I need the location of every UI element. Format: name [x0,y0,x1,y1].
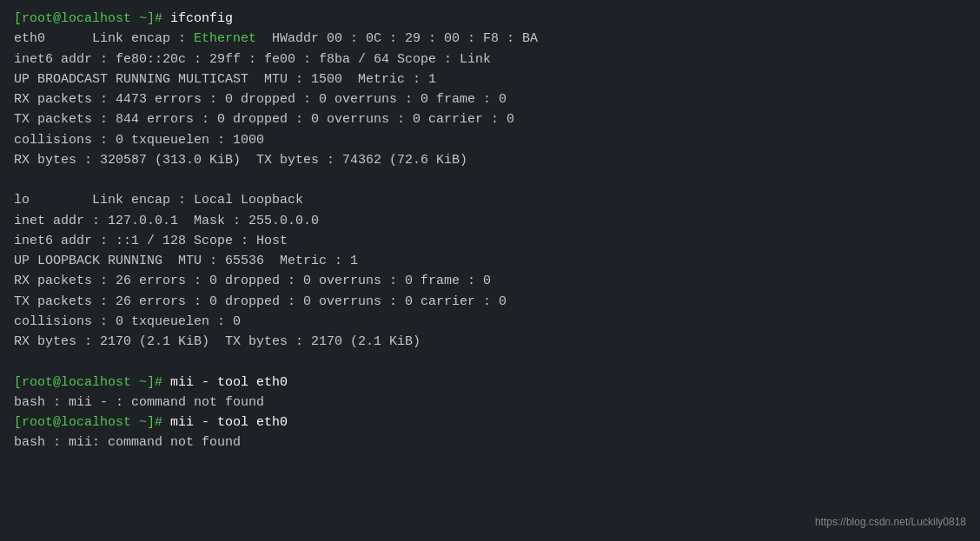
terminal-line: [root@localhost ~]# mii - tool eth0 [14,373,966,393]
prompt: [root@localhost ~]# [14,415,170,430]
command: mii - tool eth0 [170,415,288,430]
terminal-line: bash : mii: command not found [14,432,966,452]
watermark: https://blog.csdn.net/Luckily0818 [815,514,966,531]
prompt: [root@localhost ~]# [14,11,170,26]
terminal-line: RX bytes : 2170 (2.1 KiB) TX bytes : 217… [14,332,966,352]
terminal-line [14,170,966,190]
terminal-line: TX packets : 844 errors : 0 dropped : 0 … [14,109,966,129]
terminal-line: RX bytes : 320587 (313.0 KiB) TX bytes :… [14,150,966,170]
terminal-line: eth0 Link encap : Ethernet HWaddr 00 : 0… [14,29,966,49]
terminal-line: inet6 addr : ::1 / 128 Scope : Host [14,231,966,251]
terminal-line: [root@localhost ~]# ifconfig [14,9,966,29]
terminal-line: inet addr : 127.0.0.1 Mask : 255.0.0.0 [14,211,966,231]
terminal-line: TX packets : 26 errors : 0 dropped : 0 o… [14,292,966,312]
prompt: [root@localhost ~]# [14,375,170,390]
terminal-line: collisions : 0 txqueuelen : 0 [14,312,966,332]
terminal-line: collisions : 0 txqueuelen : 1000 [14,130,966,150]
terminal-window: [root@localhost ~]# ifconfigeth0 Link en… [0,0,980,541]
terminal-line: inet6 addr : fe80::20c : 29ff : fe00 : f… [14,49,966,69]
terminal-line: RX packets : 26 errors : 0 dropped : 0 o… [14,271,966,291]
terminal-output: [root@localhost ~]# ifconfigeth0 Link en… [14,9,966,453]
terminal-line: lo Link encap : Local Loopback [14,190,966,210]
terminal-line: [root@localhost ~]# mii - tool eth0 [14,412,966,432]
command: ifconfig [170,11,233,26]
terminal-line: UP BROADCAST RUNNING MULTICAST MTU : 150… [14,69,966,89]
line-part: eth0 Link encap : [14,31,194,46]
line-part: Ethernet [194,31,256,46]
command: mii - tool eth0 [170,375,288,390]
terminal-line: RX packets : 4473 errors : 0 dropped : 0… [14,89,966,109]
terminal-line: UP LOOPBACK RUNNING MTU : 65536 Metric :… [14,251,966,271]
line-part: HWaddr 00 : 0C : 29 : 00 : F8 : BA [256,31,538,46]
terminal-line: bash : mii - : command not found [14,393,966,412]
terminal-line [14,352,966,372]
